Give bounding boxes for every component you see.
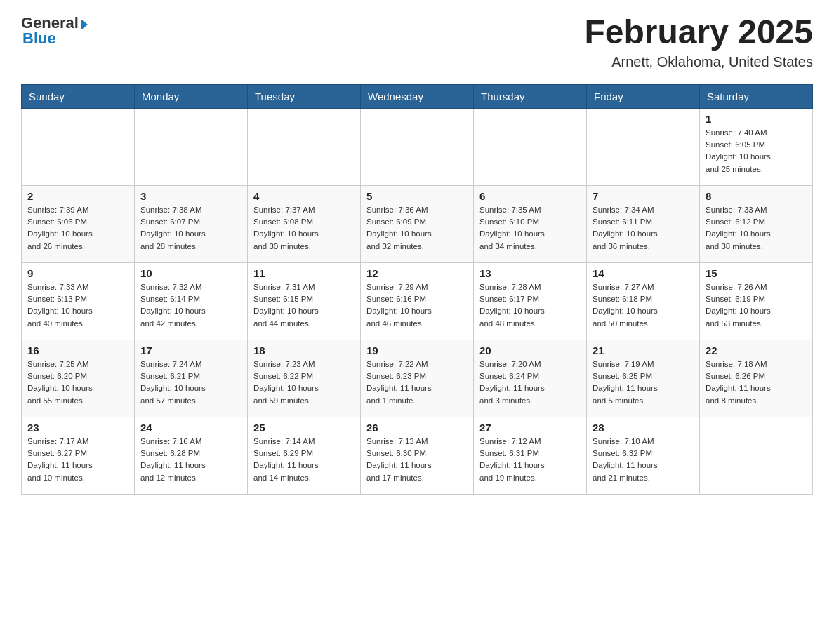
calendar-day-cell: 4Sunrise: 7:37 AM Sunset: 6:08 PM Daylig…: [248, 185, 361, 262]
calendar-day-cell: [474, 108, 587, 185]
day-info: Sunrise: 7:36 AM Sunset: 6:09 PM Dayligh…: [366, 204, 468, 253]
day-info: Sunrise: 7:20 AM Sunset: 6:24 PM Dayligh…: [479, 358, 581, 407]
calendar-title: February 2025: [584, 14, 813, 51]
logo-arrow-icon: [81, 19, 88, 30]
calendar-week-row: 23Sunrise: 7:17 AM Sunset: 6:27 PM Dayli…: [22, 417, 813, 494]
calendar-table: SundayMondayTuesdayWednesdayThursdayFrid…: [21, 84, 813, 495]
day-info: Sunrise: 7:29 AM Sunset: 6:16 PM Dayligh…: [366, 281, 468, 330]
day-info: Sunrise: 7:27 AM Sunset: 6:18 PM Dayligh…: [593, 281, 694, 330]
day-info: Sunrise: 7:16 AM Sunset: 6:28 PM Dayligh…: [140, 436, 241, 484]
calendar-header-tuesday: Tuesday: [248, 84, 361, 108]
logo: General Blue: [21, 14, 88, 48]
day-number: 1: [706, 113, 807, 125]
calendar-header-friday: Friday: [587, 84, 700, 108]
calendar-day-cell: 15Sunrise: 7:26 AM Sunset: 6:19 PM Dayli…: [700, 262, 813, 340]
title-section: February 2025 Arnett, Oklahoma, United S…: [584, 14, 813, 70]
day-info: Sunrise: 7:34 AM Sunset: 6:11 PM Dayligh…: [593, 204, 694, 253]
calendar-day-cell: 26Sunrise: 7:13 AM Sunset: 6:30 PM Dayli…: [361, 417, 474, 494]
day-info: Sunrise: 7:12 AM Sunset: 6:31 PM Dayligh…: [479, 436, 581, 484]
day-number: 23: [27, 422, 128, 434]
page-header: General Blue February 2025 Arnett, Oklah…: [21, 14, 813, 70]
calendar-day-cell: 10Sunrise: 7:32 AM Sunset: 6:14 PM Dayli…: [135, 262, 248, 340]
calendar-day-cell: 19Sunrise: 7:22 AM Sunset: 6:23 PM Dayli…: [361, 340, 474, 417]
calendar-day-cell: 17Sunrise: 7:24 AM Sunset: 6:21 PM Dayli…: [135, 340, 248, 417]
calendar-day-cell: 13Sunrise: 7:28 AM Sunset: 6:17 PM Dayli…: [474, 262, 587, 340]
day-number: 3: [140, 190, 241, 202]
calendar-header-wednesday: Wednesday: [361, 84, 474, 108]
calendar-header-monday: Monday: [135, 84, 248, 108]
calendar-week-row: 2Sunrise: 7:39 AM Sunset: 6:06 PM Daylig…: [22, 185, 813, 262]
day-number: 12: [366, 267, 468, 279]
calendar-day-cell: 24Sunrise: 7:16 AM Sunset: 6:28 PM Dayli…: [135, 417, 248, 494]
calendar-day-cell: 5Sunrise: 7:36 AM Sunset: 6:09 PM Daylig…: [361, 185, 474, 262]
day-number: 7: [593, 190, 694, 202]
calendar-day-cell: 20Sunrise: 7:20 AM Sunset: 6:24 PM Dayli…: [474, 340, 587, 417]
day-info: Sunrise: 7:39 AM Sunset: 6:06 PM Dayligh…: [27, 204, 128, 253]
calendar-day-cell: 8Sunrise: 7:33 AM Sunset: 6:12 PM Daylig…: [700, 185, 813, 262]
calendar-day-cell: 1Sunrise: 7:40 AM Sunset: 6:05 PM Daylig…: [700, 108, 813, 185]
calendar-day-cell: [22, 108, 135, 185]
day-info: Sunrise: 7:14 AM Sunset: 6:29 PM Dayligh…: [253, 436, 355, 484]
day-number: 16: [27, 344, 128, 356]
calendar-day-cell: 9Sunrise: 7:33 AM Sunset: 6:13 PM Daylig…: [22, 262, 135, 340]
calendar-day-cell: 28Sunrise: 7:10 AM Sunset: 6:32 PM Dayli…: [587, 417, 700, 494]
calendar-week-row: 16Sunrise: 7:25 AM Sunset: 6:20 PM Dayli…: [22, 340, 813, 417]
calendar-day-cell: 22Sunrise: 7:18 AM Sunset: 6:26 PM Dayli…: [700, 340, 813, 417]
day-number: 14: [593, 267, 694, 279]
logo-blue-text: Blue: [21, 29, 56, 48]
day-number: 6: [479, 190, 581, 202]
day-info: Sunrise: 7:38 AM Sunset: 6:07 PM Dayligh…: [140, 204, 241, 253]
day-info: Sunrise: 7:33 AM Sunset: 6:13 PM Dayligh…: [27, 281, 128, 330]
day-number: 10: [140, 267, 241, 279]
day-info: Sunrise: 7:32 AM Sunset: 6:14 PM Dayligh…: [140, 281, 241, 330]
day-number: 19: [366, 344, 468, 356]
calendar-day-cell: [135, 108, 248, 185]
calendar-week-row: 9Sunrise: 7:33 AM Sunset: 6:13 PM Daylig…: [22, 262, 813, 340]
day-info: Sunrise: 7:26 AM Sunset: 6:19 PM Dayligh…: [706, 281, 807, 330]
day-number: 5: [366, 190, 468, 202]
calendar-day-cell: 25Sunrise: 7:14 AM Sunset: 6:29 PM Dayli…: [248, 417, 361, 494]
day-number: 27: [479, 422, 581, 434]
day-number: 17: [140, 344, 241, 356]
calendar-day-cell: 3Sunrise: 7:38 AM Sunset: 6:07 PM Daylig…: [135, 185, 248, 262]
calendar-header-row: SundayMondayTuesdayWednesdayThursdayFrid…: [22, 84, 813, 108]
calendar-day-cell: 6Sunrise: 7:35 AM Sunset: 6:10 PM Daylig…: [474, 185, 587, 262]
day-number: 18: [253, 344, 355, 356]
calendar-day-cell: 11Sunrise: 7:31 AM Sunset: 6:15 PM Dayli…: [248, 262, 361, 340]
day-number: 22: [706, 344, 807, 356]
day-info: Sunrise: 7:18 AM Sunset: 6:26 PM Dayligh…: [706, 358, 807, 407]
calendar-day-cell: 16Sunrise: 7:25 AM Sunset: 6:20 PM Dayli…: [22, 340, 135, 417]
day-number: 20: [479, 344, 581, 356]
day-info: Sunrise: 7:40 AM Sunset: 6:05 PM Dayligh…: [706, 127, 807, 175]
calendar-subtitle: Arnett, Oklahoma, United States: [584, 54, 813, 70]
calendar-header-thursday: Thursday: [474, 84, 587, 108]
calendar-day-cell: 18Sunrise: 7:23 AM Sunset: 6:22 PM Dayli…: [248, 340, 361, 417]
calendar-day-cell: 14Sunrise: 7:27 AM Sunset: 6:18 PM Dayli…: [587, 262, 700, 340]
calendar-header-sunday: Sunday: [22, 84, 135, 108]
day-info: Sunrise: 7:24 AM Sunset: 6:21 PM Dayligh…: [140, 358, 241, 407]
calendar-header-saturday: Saturday: [700, 84, 813, 108]
day-info: Sunrise: 7:31 AM Sunset: 6:15 PM Dayligh…: [253, 281, 355, 330]
calendar-day-cell: 7Sunrise: 7:34 AM Sunset: 6:11 PM Daylig…: [587, 185, 700, 262]
calendar-day-cell: 21Sunrise: 7:19 AM Sunset: 6:25 PM Dayli…: [587, 340, 700, 417]
day-number: 13: [479, 267, 581, 279]
calendar-week-row: 1Sunrise: 7:40 AM Sunset: 6:05 PM Daylig…: [22, 108, 813, 185]
day-info: Sunrise: 7:23 AM Sunset: 6:22 PM Dayligh…: [253, 358, 355, 407]
day-number: 11: [253, 267, 355, 279]
day-info: Sunrise: 7:35 AM Sunset: 6:10 PM Dayligh…: [479, 204, 581, 253]
day-number: 2: [27, 190, 128, 202]
day-info: Sunrise: 7:25 AM Sunset: 6:20 PM Dayligh…: [27, 358, 128, 407]
day-number: 25: [253, 422, 355, 434]
day-info: Sunrise: 7:22 AM Sunset: 6:23 PM Dayligh…: [366, 358, 468, 407]
day-info: Sunrise: 7:28 AM Sunset: 6:17 PM Dayligh…: [479, 281, 581, 330]
day-info: Sunrise: 7:37 AM Sunset: 6:08 PM Dayligh…: [253, 204, 355, 253]
calendar-day-cell: 23Sunrise: 7:17 AM Sunset: 6:27 PM Dayli…: [22, 417, 135, 494]
day-number: 15: [706, 267, 807, 279]
day-info: Sunrise: 7:10 AM Sunset: 6:32 PM Dayligh…: [593, 436, 694, 484]
day-number: 26: [366, 422, 468, 434]
day-number: 4: [253, 190, 355, 202]
day-number: 8: [706, 190, 807, 202]
calendar-day-cell: 27Sunrise: 7:12 AM Sunset: 6:31 PM Dayli…: [474, 417, 587, 494]
calendar-day-cell: [248, 108, 361, 185]
calendar-day-cell: 12Sunrise: 7:29 AM Sunset: 6:16 PM Dayli…: [361, 262, 474, 340]
